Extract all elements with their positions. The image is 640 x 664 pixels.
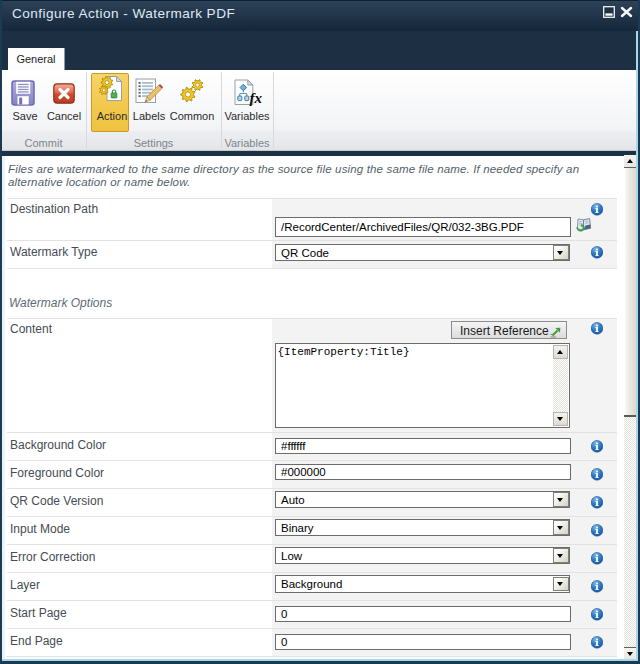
svg-text:fx: fx [250,90,263,106]
